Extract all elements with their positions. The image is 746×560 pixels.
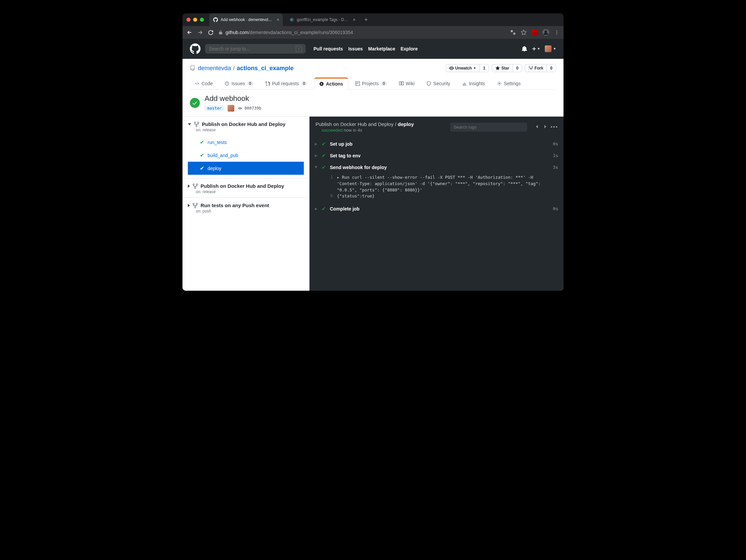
graph-icon <box>462 81 467 86</box>
menu-icon[interactable] <box>554 30 560 35</box>
chevron-right-icon: ▶ <box>315 142 317 146</box>
tab-wiki[interactable]: Wiki <box>394 78 420 90</box>
log-step[interactable]: ▶✔Set tag to env1s <box>310 150 564 161</box>
workflow-title: Add webhook <box>205 94 261 103</box>
log-output: 1▸ Run curl --silent --show-error --fail… <box>310 173 564 203</box>
github-logo[interactable] <box>190 43 201 54</box>
user-menu[interactable]: ▼ <box>545 46 556 52</box>
check-icon: ✔ <box>321 164 326 170</box>
log-options-menu[interactable]: ••• <box>550 124 558 130</box>
unwatch-button[interactable]: Unwatch ▼ <box>446 64 480 72</box>
gear-icon <box>497 81 502 86</box>
check-icon: ✔ <box>200 139 204 145</box>
svg-point-10 <box>239 107 241 109</box>
tab-code[interactable]: Code <box>190 78 218 90</box>
author-avatar[interactable] <box>228 105 234 112</box>
chevron-right-icon <box>188 184 190 188</box>
play-icon <box>319 82 324 86</box>
tab-close-icon[interactable]: × <box>353 17 355 22</box>
window-zoom[interactable] <box>200 18 204 22</box>
notifications-icon[interactable] <box>522 46 527 52</box>
lock-icon <box>218 30 223 35</box>
commit-sha[interactable]: 000739b <box>238 106 261 111</box>
tab-title: gonfff/ci_example Tags - Docker <box>297 18 350 22</box>
issue-icon <box>225 81 229 86</box>
chevron-right-icon: ▶ <box>315 207 317 210</box>
branch-label[interactable]: master <box>205 105 224 111</box>
workflow-group-toggle[interactable]: Run tests on any Push event <box>188 203 304 208</box>
translate-icon[interactable] <box>510 29 516 35</box>
star-count[interactable]: 0 <box>513 64 522 72</box>
watch-count[interactable]: 1 <box>480 64 489 72</box>
create-menu[interactable]: ▼ <box>532 47 540 51</box>
tab-projects[interactable]: Projects0 <box>350 78 392 90</box>
workflow-icon <box>194 122 199 127</box>
workflow-group-toggle[interactable]: Publish on Docker Hub and Deploy <box>188 121 304 127</box>
log-search-input[interactable] <box>450 123 527 131</box>
nav-explore[interactable]: Explore <box>400 46 418 52</box>
star-button[interactable]: Star <box>492 64 513 72</box>
job-item[interactable]: ✔run_tests <box>188 136 304 149</box>
pr-icon <box>265 81 270 86</box>
nav-pull-requests[interactable]: Pull requests <box>314 46 343 52</box>
docker-icon <box>289 18 294 22</box>
back-button[interactable] <box>186 29 193 35</box>
status-success-icon <box>190 98 200 108</box>
svg-point-9 <box>499 83 500 84</box>
log-step[interactable]: ▶✔Set up job0s <box>310 138 564 150</box>
repo-owner-link[interactable]: dementevda <box>198 65 231 71</box>
browser-tab-0[interactable]: Add webhook · dementevda/acti × <box>209 13 283 26</box>
extension-icon[interactable] <box>532 29 538 35</box>
log-step-expanded[interactable]: ▶✔Send webhook for deploy3s <box>310 161 564 173</box>
commit-icon <box>238 106 242 111</box>
check-icon: ✔ <box>200 165 204 171</box>
svg-point-3 <box>556 30 557 31</box>
workflow-trigger: on: release <box>196 189 304 194</box>
window-close[interactable] <box>186 18 191 22</box>
job-item[interactable]: ✔build_and_pub <box>188 149 304 162</box>
tab-security[interactable]: Security <box>422 78 455 90</box>
svg-point-12 <box>198 122 199 123</box>
avatar <box>545 46 551 52</box>
book-icon <box>399 81 404 86</box>
next-step-button[interactable] <box>542 124 548 129</box>
tab-title: Add webhook · dementevda/acti <box>221 18 274 22</box>
job-status: succeeded now in 4s <box>321 128 414 132</box>
check-icon: ✔ <box>321 152 326 159</box>
workflow-trigger: on: release <box>196 128 304 132</box>
star-icon[interactable] <box>521 29 527 35</box>
check-icon: ✔ <box>321 141 326 147</box>
search-box[interactable]: / <box>205 44 306 54</box>
tab-issues[interactable]: Issues0 <box>220 78 258 90</box>
repo-icon <box>190 65 195 71</box>
fork-button[interactable]: Fork <box>525 64 547 72</box>
nav-issues[interactable]: Issues <box>348 46 363 52</box>
workflow-icon <box>193 203 198 208</box>
window-minimize[interactable] <box>193 18 197 22</box>
tab-close-icon[interactable]: × <box>277 17 280 22</box>
tab-pulls[interactable]: Pull requests0 <box>260 78 313 90</box>
new-tab-button[interactable]: + <box>362 17 371 23</box>
workflow-group-toggle[interactable]: Publish on Docker Hub and Deploy <box>188 183 304 189</box>
tab-actions[interactable]: Actions <box>314 78 348 90</box>
prev-step-button[interactable] <box>535 124 540 129</box>
repo-name-link[interactable]: actions_ci_example <box>237 65 293 71</box>
fork-count[interactable]: 0 <box>547 64 556 72</box>
tab-insights[interactable]: Insights <box>457 78 490 90</box>
browser-tab-1[interactable]: gonfff/ci_example Tags - Docker × <box>285 13 359 26</box>
log-breadcrumb: Publish on Docker Hub and Deploy / deplo… <box>316 121 414 127</box>
log-step[interactable]: ▶✔Complete job0s <box>310 203 564 214</box>
profile-icon[interactable] <box>542 29 549 36</box>
address-bar[interactable]: github.com/dementevda/actions_ci_example… <box>218 30 505 35</box>
tab-settings[interactable]: Settings <box>492 78 526 90</box>
search-input[interactable] <box>209 46 296 52</box>
reload-button[interactable] <box>208 30 213 35</box>
chevron-right-icon: ▶ <box>315 154 317 157</box>
forward-button[interactable] <box>197 29 203 35</box>
chevron-down-icon <box>188 123 191 125</box>
svg-point-4 <box>556 32 557 33</box>
job-item-active[interactable]: ✔deploy <box>188 162 304 175</box>
nav-marketplace[interactable]: Marketplace <box>368 46 395 52</box>
svg-point-18 <box>196 203 198 205</box>
svg-point-14 <box>193 184 194 185</box>
